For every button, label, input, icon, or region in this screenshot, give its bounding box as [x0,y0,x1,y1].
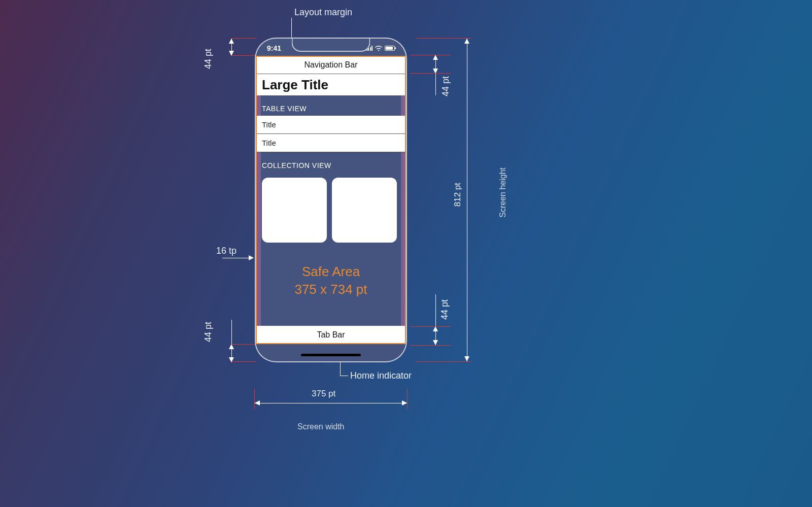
dimension-tick [254,389,255,409]
safe-area-label: Safe Area 375 x 734 pt [256,263,406,298]
dimension-tick [410,345,451,346]
status-icons [366,46,395,51]
arrowhead-icon [229,344,234,349]
dimension-tick [416,361,471,362]
safe-area: Navigation Bar Large Title TABLE VIEW Ti… [256,56,406,344]
dimension-line [467,39,467,361]
battery-icon [385,46,395,51]
collectionview-header: COLLECTION VIEW [256,152,406,173]
dimension-tick [410,55,451,55]
layout-margin-label: Layout margin [294,7,352,18]
screen-height-label: Screen height [498,167,507,218]
arrowhead-icon [464,356,469,361]
dimension-tick [231,344,257,345]
dimension-line [255,403,407,403]
arrowhead-icon [229,39,234,44]
dimension-line [435,294,436,345]
arrowhead-icon [402,400,407,405]
dimension-tick [407,389,408,409]
dimension-tick [231,38,257,39]
leader-line [291,18,292,39]
dimension-tick [410,326,451,327]
dimension-tick [231,361,257,362]
collection-card[interactable] [262,178,327,243]
cell-title: Title [262,120,276,129]
home-indicator-label: Home indicator [350,370,412,381]
tab-bar-label: Tab Bar [317,330,345,340]
dimension-tick [416,38,471,39]
notch [292,38,370,52]
screen-width-label: Screen width [297,422,345,431]
large-title: Large Title [256,74,406,95]
statusbar-height-label: 44 pt [203,49,214,69]
leader-line [340,361,341,376]
status-time: 9:41 [267,44,281,52]
collection-card[interactable] [332,178,397,243]
home-indicator[interactable] [301,354,361,356]
screen-width-value-label: 375 pt [312,389,335,399]
arrowhead-icon [433,55,438,60]
dimension-line [231,320,232,362]
navigation-bar[interactable]: Navigation Bar [256,56,406,74]
phone-frame: 9:41 Navigation Bar Large Title TABLE VI… [255,38,407,362]
tab-bar[interactable]: Tab Bar [256,326,406,344]
table-row[interactable]: Title [256,134,406,152]
arrowhead-icon [255,400,260,405]
dimension-line [222,258,253,258]
arrowhead-icon [464,39,469,44]
arrowhead-icon [249,255,254,260]
tabbar-height-label: 44 pt [439,299,450,320]
home-indicator-height-label: 44 pt [203,322,214,342]
navbar-height-label: 44 pt [441,76,451,96]
safe-area-text-1: Safe Area [256,263,406,281]
collection-row [256,173,406,243]
arrowhead-icon [433,326,438,331]
large-title-text: Large Title [262,77,328,93]
tableview-header: TABLE VIEW [256,95,406,116]
dimension-tick [231,55,257,56]
leader-line [340,376,348,376]
dimension-line [435,55,436,95]
cell-title: Title [262,139,276,147]
dimension-tick [410,73,451,74]
table-row[interactable]: Title [256,116,406,134]
screen-height-value-label: 812 pt [453,183,463,207]
safe-area-text-2: 375 x 734 pt [256,281,406,298]
wifi-icon [375,46,382,51]
diagram-stage: Layout margin 44 pt 44 pt 16 tp 44 pt 44… [0,0,812,507]
navigation-bar-label: Navigation Bar [304,60,358,70]
margin-width-label: 16 tp [216,246,236,256]
arrowhead-icon [433,340,438,345]
